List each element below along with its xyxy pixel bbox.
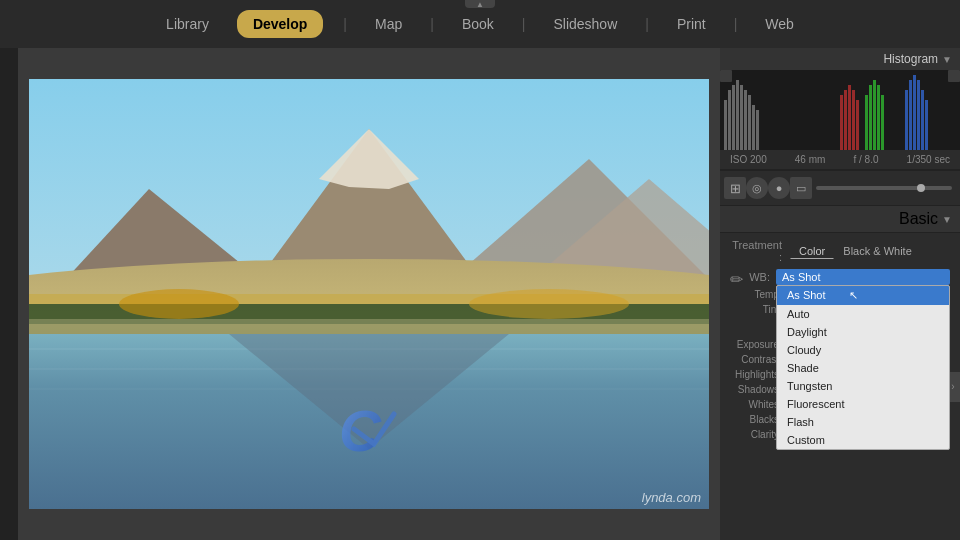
histogram-header: Histogram ▼ — [720, 48, 960, 70]
svg-rect-40 — [909, 80, 912, 150]
right-panel: Histogram ▼ — [720, 48, 960, 540]
svg-text:C: C — [339, 399, 382, 459]
svg-rect-32 — [852, 90, 855, 150]
nav-sep-2: | — [430, 16, 434, 32]
treatment-bw-btn[interactable]: Black & White — [834, 243, 920, 259]
nav-map[interactable]: Map — [367, 12, 410, 36]
svg-rect-36 — [873, 80, 876, 150]
nav-print[interactable]: Print — [669, 12, 714, 36]
svg-rect-31 — [848, 85, 851, 150]
expand-arrow-icon: › — [951, 381, 954, 392]
cursor-icon: ↖ — [849, 289, 858, 301]
treatment-row: Treatment : Color Black & White — [730, 239, 950, 263]
svg-rect-20 — [724, 100, 727, 150]
svg-rect-29 — [840, 95, 843, 150]
photo-area: C lynda.com — [18, 48, 720, 540]
svg-rect-21 — [728, 90, 731, 150]
nav-sep-1: | — [343, 16, 347, 32]
svg-rect-39 — [905, 90, 908, 150]
main-area: C lynda.com Histogram ▼ — [0, 48, 960, 540]
svg-rect-42 — [917, 80, 920, 150]
camera-info: ISO 200 46 mm f / 8.0 1/350 sec — [720, 150, 960, 170]
wb-option-fluorescent[interactable]: Fluorescent — [777, 395, 949, 413]
nav-sep-3: | — [522, 16, 526, 32]
nav-sep-4: | — [645, 16, 649, 32]
svg-rect-43 — [921, 90, 924, 150]
basic-content: Treatment : Color Black & White ✏ WB: As… — [720, 233, 960, 540]
histogram-dropdown-icon[interactable]: ▼ — [942, 54, 952, 65]
svg-rect-19 — [948, 70, 960, 82]
nav-book[interactable]: Book — [454, 12, 502, 36]
histogram-title: Histogram — [728, 52, 938, 66]
wb-option-cloudy[interactable]: Cloudy — [777, 341, 949, 359]
basic-section: Basic ▼ Treatment : Color Black & White … — [720, 206, 960, 540]
svg-rect-24 — [740, 85, 743, 150]
svg-point-16 — [469, 289, 629, 319]
wb-option-custom[interactable]: Custom — [777, 431, 949, 449]
photo-canvas: C lynda.com — [29, 79, 709, 509]
treatment-color-btn[interactable]: Color — [790, 243, 834, 259]
wb-option-asshot-label: As Shot — [787, 289, 826, 301]
eyedropper-icon[interactable]: ✏ — [730, 270, 744, 284]
svg-rect-23 — [736, 80, 739, 150]
wb-dropdown-menu: As Shot ↖ Auto Daylight Cloudy Shade Tun… — [776, 285, 950, 450]
top-collapse-arrow[interactable]: ▲ — [465, 0, 495, 8]
wb-label: WB: — [748, 271, 776, 283]
wb-option-flash[interactable]: Flash — [777, 413, 949, 431]
svg-rect-41 — [913, 75, 916, 150]
svg-rect-9 — [29, 319, 709, 334]
histogram-svg — [720, 70, 960, 150]
wb-dropdown-container: As Shot As Shot ↖ Auto Daylight Cloudy S… — [776, 269, 950, 285]
histogram-canvas — [720, 70, 960, 150]
wb-option-daylight[interactable]: Daylight — [777, 323, 949, 341]
svg-point-15 — [119, 289, 239, 319]
shutter-info: 1/350 sec — [907, 154, 950, 165]
wb-selected-value: As Shot — [782, 271, 821, 283]
svg-rect-26 — [748, 95, 751, 150]
brush-tool[interactable]: ▭ — [790, 177, 812, 199]
treatment-label: Treatment : — [730, 239, 790, 263]
basic-section-arrow[interactable]: ▼ — [942, 214, 952, 225]
nav-develop[interactable]: Develop — [237, 10, 323, 38]
svg-rect-35 — [869, 85, 872, 150]
basic-section-title: Basic — [899, 210, 938, 228]
spot-heal-tool[interactable]: ◎ — [746, 177, 768, 199]
basic-section-header: Basic ▼ — [720, 206, 960, 233]
tools-slider-thumb — [917, 184, 925, 192]
logo-svg: C — [334, 399, 404, 459]
wb-option-tungsten[interactable]: Tungsten — [777, 377, 949, 395]
wb-option-auto[interactable]: Auto — [777, 305, 949, 323]
logo-watermark: C — [334, 399, 404, 459]
left-panel — [0, 48, 18, 540]
crop-tool[interactable]: ⊞ — [724, 177, 746, 199]
nav-web[interactable]: Web — [757, 12, 802, 36]
svg-rect-37 — [877, 85, 880, 150]
redeye-tool[interactable]: ● — [768, 177, 790, 199]
svg-rect-28 — [756, 110, 759, 150]
svg-rect-22 — [732, 85, 735, 150]
nav-slideshow[interactable]: Slideshow — [545, 12, 625, 36]
tools-slider[interactable] — [816, 186, 952, 190]
nav-sep-5: | — [734, 16, 738, 32]
nav-items: Library Develop | Map | Book | Slideshow… — [158, 10, 802, 38]
svg-rect-18 — [720, 70, 732, 82]
svg-rect-34 — [865, 95, 868, 150]
aperture-info: f / 8.0 — [853, 154, 878, 165]
histogram-section: Histogram ▼ — [720, 48, 960, 171]
wb-option-asshot[interactable]: As Shot ↖ — [777, 286, 949, 305]
collapse-icon: ▲ — [476, 0, 484, 9]
svg-rect-27 — [752, 105, 755, 150]
wb-option-shade[interactable]: Shade — [777, 359, 949, 377]
tools-row: ⊞ ◎ ● ▭ — [720, 171, 960, 206]
lynda-watermark: lynda.com — [642, 490, 701, 505]
svg-rect-25 — [744, 90, 747, 150]
wb-dropdown[interactable]: As Shot — [776, 269, 950, 285]
nav-library[interactable]: Library — [158, 12, 217, 36]
wb-row: ✏ WB: As Shot As Shot ↖ Auto — [730, 269, 950, 285]
iso-info: ISO 200 — [730, 154, 767, 165]
svg-rect-33 — [856, 100, 859, 150]
focal-info: 46 mm — [795, 154, 826, 165]
svg-rect-30 — [844, 90, 847, 150]
svg-rect-44 — [925, 100, 928, 150]
svg-rect-38 — [881, 95, 884, 150]
